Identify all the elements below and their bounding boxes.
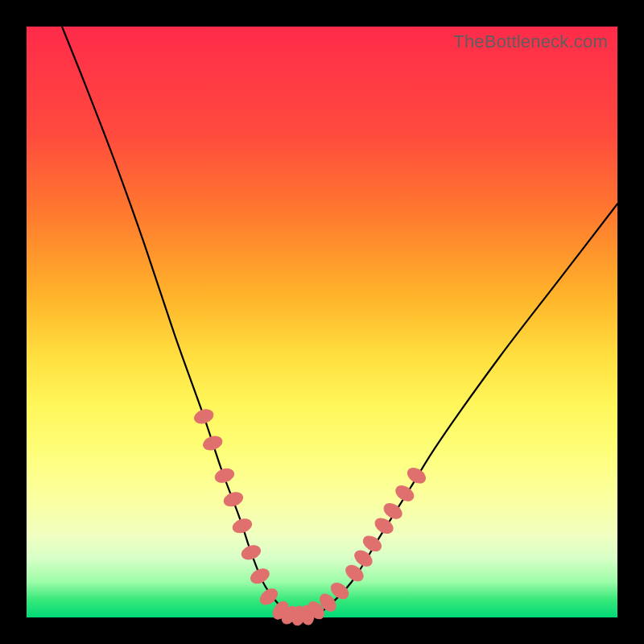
chart-frame: TheBottleneck.com (0, 0, 644, 644)
curve-marker (192, 407, 215, 426)
bottleneck-curve (62, 27, 617, 616)
curve-marker (240, 543, 262, 562)
plot-area: TheBottleneck.com (27, 27, 617, 617)
curve-marker (405, 465, 428, 486)
curve-marker (393, 483, 416, 504)
curve-layer (27, 27, 617, 617)
curve-marker (213, 466, 236, 485)
curve-marker (201, 434, 224, 452)
curve-markers (192, 407, 428, 627)
curve-marker (249, 566, 272, 586)
curve-marker (222, 490, 245, 509)
curve-marker (231, 517, 254, 535)
